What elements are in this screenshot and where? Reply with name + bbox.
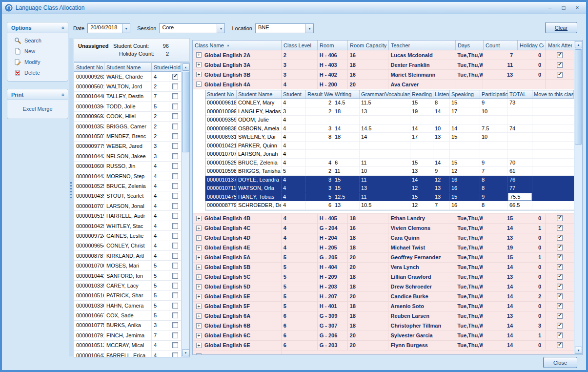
hold-checkbox[interactable] bbox=[172, 193, 178, 199]
column-header[interactable]: Participation bbox=[480, 90, 508, 98]
column-header[interactable]: Student bbox=[282, 90, 306, 98]
column-header[interactable]: Student No bbox=[205, 90, 237, 98]
student-row[interactable]: 0000010435STOUT, Scarlet4 bbox=[74, 191, 181, 201]
column-header[interactable]: Teacher bbox=[389, 41, 456, 50]
column-header[interactable]: Move to this class: bbox=[532, 90, 574, 98]
detail-row[interactable]: 0000010707LARSON, Jonah4 bbox=[205, 150, 574, 159]
detail-row[interactable]: 0000009838OSBORN, Amela431414.51410147.5… bbox=[205, 124, 574, 133]
detail-row[interactable]: 0000010421PARKER, Quinn4 bbox=[205, 142, 574, 150]
hold-checkbox[interactable] bbox=[172, 243, 178, 248]
mark-attend-checkbox[interactable] bbox=[557, 332, 563, 338]
hold-checkbox[interactable] bbox=[172, 303, 178, 309]
mark-attend-checkbox[interactable] bbox=[557, 225, 563, 231]
options-panel-header[interactable]: Options » bbox=[7, 22, 68, 33]
detail-row[interactable]: 0000010598BRIGGS, Tanisha52111013912761 bbox=[205, 167, 574, 176]
student-row[interactable]: 0000010706MOSES, Mari5 bbox=[74, 261, 181, 270]
collapse-chevron-icon[interactable]: » bbox=[60, 93, 65, 96]
student-row[interactable]: 0000010443NELSON, Jakee3 bbox=[74, 151, 181, 161]
mark-attend-checkbox[interactable] bbox=[557, 313, 563, 319]
hold-checkbox[interactable] bbox=[172, 292, 178, 298]
chevron-down-icon[interactable]: ▼ bbox=[217, 24, 224, 33]
hold-checkbox[interactable] bbox=[172, 173, 178, 179]
mark-attend-checkbox[interactable] bbox=[557, 264, 563, 270]
chevron-down-icon[interactable]: ▼ bbox=[305, 24, 313, 33]
student-row[interactable]: 0000009779WEBER, Jared3 bbox=[74, 142, 181, 151]
detail-row[interactable]: 0000009359ODOM, Julie4 bbox=[205, 116, 574, 124]
column-header[interactable]: Room bbox=[318, 41, 348, 50]
student-row[interactable]: 0000010429WHITLEY, Stac4 bbox=[74, 221, 181, 231]
scroll-down-icon[interactable]: ▼ bbox=[182, 349, 189, 356]
class-row[interactable]: +Global English 5D5H - 20318Drew Schroed… bbox=[193, 282, 574, 292]
scrollbar-thumb[interactable] bbox=[575, 49, 582, 145]
sidebar-item-search[interactable]: Search bbox=[7, 35, 68, 46]
class-row[interactable]: +Global English 6A6G - 30918Reuben Larse… bbox=[193, 311, 574, 321]
close-icon[interactable]: × bbox=[571, 4, 583, 12]
class-row[interactable]: +Global English 5C5H - 20918Lillian Craw… bbox=[193, 272, 574, 282]
expand-icon[interactable]: + bbox=[196, 353, 202, 355]
collapse-icon[interactable]: − bbox=[196, 82, 202, 87]
class-row[interactable]: +Global English 2A2H - 40616Lucas Mcdona… bbox=[193, 50, 574, 60]
student-row[interactable]: 0000009262WARE, Charde4 bbox=[74, 72, 181, 82]
detail-row[interactable]: 0000009618CONLEY, Mary4214.511.515815973 bbox=[205, 99, 574, 107]
mark-attend-checkbox[interactable] bbox=[557, 303, 563, 309]
detail-row[interactable]: 0000008779SCHROEDER, Deirc461310.5127168… bbox=[205, 201, 574, 210]
mark-attend-checkbox[interactable] bbox=[557, 284, 563, 289]
student-row[interactable]: 0000005601WALTON, Jord2 bbox=[74, 82, 181, 91]
sidebar-item-modify[interactable]: Modify bbox=[7, 57, 68, 67]
hold-checkbox[interactable] bbox=[172, 352, 178, 357]
expand-icon[interactable]: + bbox=[196, 304, 202, 309]
mark-attend-checkbox[interactable] bbox=[557, 254, 563, 260]
student-row[interactable]: 0000010442MORENO, Step4 bbox=[74, 171, 181, 181]
location-select[interactable]: BNE ▼ bbox=[255, 23, 314, 33]
hold-checkbox[interactable] bbox=[172, 83, 178, 89]
hold-checkbox[interactable] bbox=[172, 342, 178, 348]
hold-checkbox[interactable] bbox=[172, 103, 178, 109]
clear-button[interactable]: Clear bbox=[545, 22, 577, 33]
minimize-icon[interactable]: – bbox=[544, 4, 556, 12]
student-row[interactable]: 0000010775BURKS, Anika3 bbox=[74, 321, 181, 331]
hold-checkbox[interactable] bbox=[172, 283, 178, 289]
detail-row[interactable]: 0000010711WATSON, Orla431513121316877 bbox=[205, 184, 574, 193]
hold-checkbox[interactable] bbox=[172, 124, 178, 129]
expand-icon[interactable]: + bbox=[196, 313, 202, 319]
student-row[interactable]: 0000010394TODD, Jolie5 bbox=[74, 102, 181, 111]
expand-icon[interactable]: + bbox=[196, 255, 202, 260]
student-row[interactable]: 0000010667COX, Sade5 bbox=[74, 310, 181, 320]
splitter-grip[interactable] bbox=[70, 182, 72, 199]
mark-attend-checkbox[interactable] bbox=[557, 293, 563, 299]
expand-icon[interactable]: + bbox=[196, 333, 202, 338]
student-row[interactable]: 0000010516PATRICK, Shar5 bbox=[74, 291, 181, 301]
column-header[interactable]: Student Name bbox=[237, 90, 282, 98]
print-panel-header[interactable]: Print » bbox=[7, 89, 68, 100]
class-row[interactable]: +Global English 4E4H - 20518Michael Twis… bbox=[193, 243, 574, 253]
panel-splitter[interactable] bbox=[69, 38, 73, 356]
expand-icon[interactable]: + bbox=[196, 323, 202, 329]
column-header[interactable]: TOTAL bbox=[508, 90, 532, 98]
hold-checkbox[interactable] bbox=[172, 332, 178, 338]
mark-attend-checkbox[interactable] bbox=[557, 245, 563, 250]
expand-icon[interactable]: + bbox=[196, 226, 202, 231]
expand-icon[interactable]: + bbox=[196, 216, 202, 221]
class-row[interactable]: +Global English 4B4H - 40518Ethan Landry… bbox=[193, 214, 574, 224]
scroll-up-icon[interactable]: ▲ bbox=[575, 41, 582, 48]
class-row[interactable]: + bbox=[193, 351, 574, 355]
student-row[interactable]: 0000009724GAINES, Leslie4 bbox=[74, 231, 181, 241]
student-row[interactable]: 0000009693COOK, Hilel2 bbox=[74, 112, 181, 122]
expand-icon[interactable]: + bbox=[196, 284, 202, 289]
sidebar-item-excel-merge[interactable]: Excel Merge bbox=[7, 102, 68, 116]
student-row[interactable]: 0000010791FINCH, Jemima7 bbox=[74, 331, 181, 340]
class-row[interactable]: +Global English 4C4G - 20416Vivien Clemo… bbox=[193, 224, 574, 233]
class-row[interactable]: +Global English 6B6G - 30718Christopher … bbox=[193, 321, 574, 331]
hold-checkbox[interactable] bbox=[172, 322, 178, 328]
column-header[interactable]: Holiday Cour bbox=[518, 41, 546, 50]
class-row[interactable]: +Global English 6C6G - 20620Sylvester Ga… bbox=[193, 331, 574, 341]
mark-attend-checkbox[interactable] bbox=[557, 342, 563, 348]
close-button[interactable]: Close bbox=[543, 357, 577, 368]
collapse-chevron-icon[interactable]: » bbox=[60, 26, 65, 29]
hold-checkbox[interactable] bbox=[172, 183, 178, 189]
mark-attend-checkbox[interactable] bbox=[557, 72, 563, 78]
class-row[interactable]: +Global English 5F5H - 40118Arsenio Soto… bbox=[193, 302, 574, 311]
student-row[interactable]: 0000009654CONLEY, Christ4 bbox=[74, 241, 181, 251]
student-row[interactable]: 0000010353BRIGGS, Camer2 bbox=[74, 122, 181, 131]
class-row[interactable]: +Global English 5E5H - 20720Candice Burk… bbox=[193, 292, 574, 302]
